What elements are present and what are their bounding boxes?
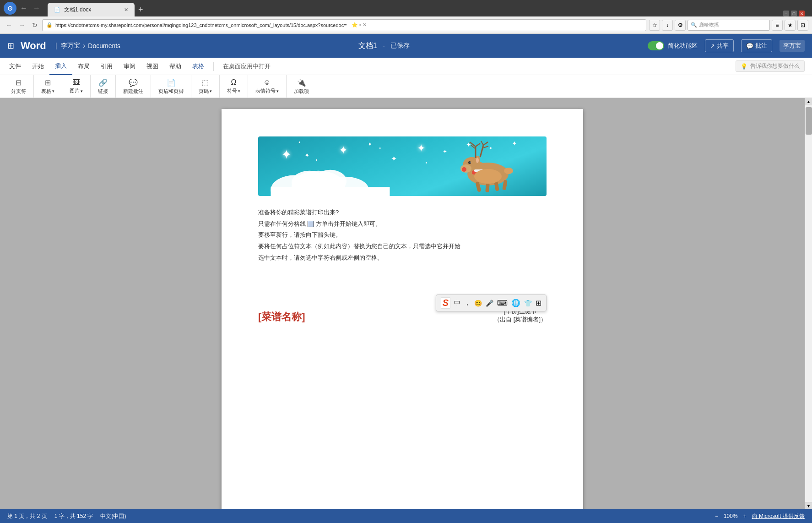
ribbon-group-table: ⊞ 表格 ▾ bbox=[34, 75, 62, 98]
new-tab-button[interactable]: + bbox=[135, 3, 147, 16]
ime-toolbar: S 中 ， 😊 🎤 ⌨ 🌐 👕 ⊞ bbox=[436, 294, 547, 311]
ime-grid[interactable]: ⊞ bbox=[536, 299, 541, 307]
share-button[interactable]: ↗ 共享 bbox=[705, 39, 734, 52]
tab-desktop-app[interactable]: 在桌面应用中打开 bbox=[217, 58, 276, 75]
nav-forward[interactable]: → bbox=[31, 4, 42, 12]
svg-point-13 bbox=[476, 158, 479, 163]
svg-line-15 bbox=[470, 142, 476, 147]
ime-emoji[interactable]: 😊 bbox=[474, 300, 482, 307]
nav-back[interactable]: ← bbox=[18, 4, 29, 12]
bulb-icon: 💡 bbox=[741, 63, 747, 70]
tell-me-box[interactable]: 💡 告诉我你想要做什么 bbox=[736, 60, 805, 72]
ime-keyboard[interactable]: ⌨ bbox=[497, 299, 508, 307]
close-btn[interactable]: ✕ bbox=[799, 11, 805, 16]
tab-layout[interactable]: 布局 bbox=[72, 58, 95, 75]
browser-icon-4[interactable]: ★ bbox=[785, 20, 796, 31]
scroll-thumb[interactable] bbox=[806, 107, 812, 135]
browser-icon-3[interactable]: ⚙ bbox=[675, 20, 686, 31]
tab-table[interactable]: 表格 bbox=[187, 58, 210, 75]
tab-review[interactable]: 审阅 bbox=[118, 58, 141, 75]
ime-comma[interactable]: ， bbox=[464, 299, 471, 307]
ime-globe[interactable]: 🌐 bbox=[511, 299, 520, 307]
address-field[interactable]: 🔒 https://cndotnetcms-my.sharepoint.com/… bbox=[42, 19, 646, 31]
link-btn[interactable]: 🔗 链接 bbox=[94, 77, 112, 96]
nav-forward2[interactable]: → bbox=[17, 21, 27, 29]
ime-s-icon[interactable]: S bbox=[441, 297, 450, 309]
status-bar: 第 1 页，共 2 页 1 字，共 152 字 中文(中国) − 100% + … bbox=[0, 509, 812, 523]
breadcrumb-item[interactable]: Documents bbox=[88, 42, 120, 49]
symbol-btn[interactable]: Ω 符号 ▾ bbox=[223, 77, 244, 96]
ime-chinese[interactable]: 中 bbox=[454, 299, 460, 307]
addins-btn[interactable]: 🔌 加载项 bbox=[290, 77, 313, 96]
tab-home[interactable]: 开始 bbox=[27, 58, 49, 75]
word-count: 1 字，共 152 字 bbox=[54, 512, 93, 520]
toggle-switch[interactable] bbox=[648, 41, 664, 50]
ribbon-group-pagenum: ⬚ 页码 ▾ bbox=[191, 75, 220, 98]
doc-canvas: ✦ ✦ ✦ ✦ ✦ ✦ ✦ ✦ ✦ ✦ • • • • bbox=[0, 98, 805, 509]
svg-point-29 bbox=[504, 168, 513, 174]
nav-refresh[interactable]: ↻ bbox=[30, 22, 39, 29]
ime-voice[interactable]: 🎤 bbox=[486, 300, 493, 307]
table-btn[interactable]: ⊞ 表格 ▾ bbox=[38, 77, 58, 96]
emoji-btn[interactable]: ☺ 表情符号 ▾ bbox=[252, 77, 282, 96]
status-right: − 100% + 向 Microsoft 提供反馈 bbox=[715, 512, 805, 520]
instruction-1: 准备将你的精彩菜谱打印出来? bbox=[258, 207, 547, 218]
tab-file[interactable]: 文件 bbox=[4, 58, 27, 75]
nav-back2[interactable]: ← bbox=[4, 21, 14, 29]
ribbon-group-breaks: ⊟ 分页符 bbox=[4, 75, 34, 98]
instruction-4: 要将任何占位符文本（例如此内容）替换为您自己的文本，只需选中它并开始 bbox=[258, 241, 547, 252]
reindeer-image bbox=[444, 140, 529, 195]
tab-close-icon[interactable]: ✕ bbox=[124, 7, 128, 13]
picture-btn[interactable]: 🖼 图片 ▾ bbox=[66, 77, 87, 96]
document-page[interactable]: ✦ ✦ ✦ ✦ ✦ ✦ ✦ ✦ ✦ ✦ • • • • bbox=[222, 109, 583, 509]
scroll-up-btn[interactable]: ▲ bbox=[805, 98, 812, 105]
browser-icon-1[interactable]: ☆ bbox=[649, 20, 660, 31]
zoom-plus[interactable]: + bbox=[743, 513, 747, 519]
header-footer-btn[interactable]: 📄 页眉和页脚 bbox=[155, 77, 187, 96]
feedback-link[interactable]: 向 Microsoft 提供反馈 bbox=[752, 512, 805, 520]
address-bar-row: ← → ↻ 🔒 https://cndotnetcms-my.sharepoin… bbox=[0, 16, 812, 34]
zoom-minus[interactable]: − bbox=[715, 513, 718, 519]
ribbon-group-header: 📄 页眉和页脚 bbox=[151, 75, 191, 98]
lock-icon: 🔒 bbox=[46, 22, 53, 28]
svg-line-18 bbox=[480, 145, 483, 157]
recipe-source: （出自 [菜谱编者]） bbox=[494, 316, 547, 324]
header-footer-icon: 📄 bbox=[167, 78, 176, 87]
tab-insert[interactable]: 插入 bbox=[49, 58, 72, 75]
browser-icon-5[interactable]: ⊡ bbox=[797, 20, 808, 31]
search-field[interactable]: 🔍 鹿哈吃播 bbox=[687, 20, 770, 31]
maximize-btn[interactable]: □ bbox=[791, 11, 797, 16]
address-text: https://cndotnetcms-my.sharepoint.com/pe… bbox=[55, 22, 347, 28]
svg-point-10 bbox=[468, 161, 471, 164]
instruction-2: 只需在任何分格线方单击并开始键入即可。 bbox=[258, 218, 547, 230]
zoom-level: 100% bbox=[724, 513, 738, 519]
addins-icon: 🔌 bbox=[297, 78, 306, 87]
minimize-btn[interactable]: − bbox=[783, 11, 789, 16]
tab-view[interactable]: 视图 bbox=[141, 58, 164, 75]
recipe-title[interactable]: [菜谱名称] bbox=[258, 310, 305, 324]
user-display[interactable]: 李万宝 bbox=[780, 40, 805, 52]
comment-button[interactable]: 💬 批注 bbox=[741, 39, 772, 52]
scroll-down-btn[interactable]: ▼ bbox=[805, 502, 812, 509]
doc-title[interactable]: 文档1 bbox=[358, 41, 377, 51]
simplify-toggle-area[interactable]: 简化功能区 bbox=[648, 41, 698, 50]
ribbon-group-picture: 🖼 图片 ▾ bbox=[62, 75, 91, 98]
user-name[interactable]: 李万宝 bbox=[61, 42, 80, 50]
page-break-btn[interactable]: ⊟ 分页符 bbox=[7, 77, 30, 96]
ime-shirt[interactable]: 👕 bbox=[524, 300, 532, 307]
browser-tab[interactable]: 📄 文档1.docx ✕ bbox=[48, 3, 135, 16]
doc-instructions[interactable]: 准备将你的精彩菜谱打印出来? 只需在任何分格线方单击并开始键入即可。 要移至新行… bbox=[258, 207, 547, 263]
browser-menu-icon[interactable]: ≡ bbox=[772, 20, 783, 31]
tab-icon: 📄 bbox=[54, 7, 60, 13]
new-comment-btn[interactable]: 💬 新建批注 bbox=[119, 77, 147, 96]
search-text: 鹿哈吃播 bbox=[699, 22, 719, 28]
waffle-menu[interactable]: ⊞ bbox=[7, 41, 14, 51]
symbol-icon: Ω bbox=[231, 78, 237, 87]
saved-status: 已保存 bbox=[390, 42, 410, 50]
tab-references[interactable]: 引用 bbox=[95, 58, 118, 75]
browser-icon-2[interactable]: ↓ bbox=[662, 20, 673, 31]
page-num-btn[interactable]: ⬚ 页码 ▾ bbox=[195, 77, 216, 96]
tab-help[interactable]: 帮助 bbox=[164, 58, 187, 75]
ribbon-group-addins: 🔌 加载项 bbox=[287, 75, 316, 98]
word-header: ⊞ Word | 李万宝 › Documents 文档1 - 已保存 简化功能区… bbox=[0, 34, 812, 58]
